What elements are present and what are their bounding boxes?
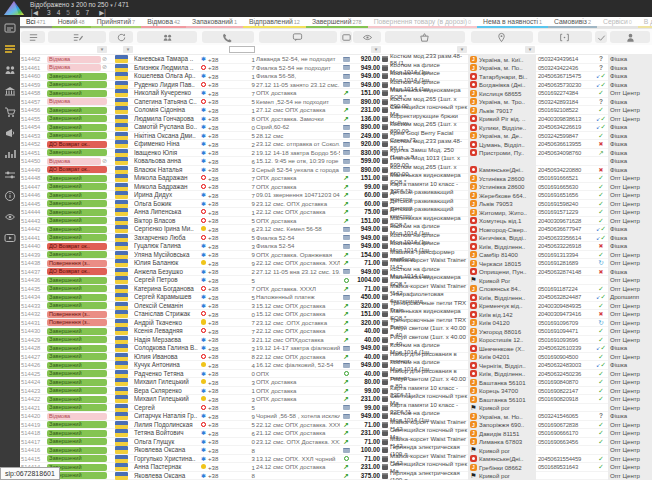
- tracking-number[interactable]: 0501690840870: [536, 378, 594, 387]
- tracking-number[interactable]: 20450633226918: [536, 242, 594, 251]
- status-badge[interactable]: Відмова: [47, 413, 107, 420]
- order-row[interactable]: 514440 ДО Возврат ок.. Гуцалюк Галина ✱+…: [20, 242, 652, 251]
- status-badge[interactable]: Завершений: [47, 447, 107, 454]
- tracking-number[interactable]: 0501691313394: [536, 251, 594, 260]
- tune-icon[interactable]: [0, 164, 20, 185]
- delivery-location[interactable]: Київ від.142: [468, 310, 536, 319]
- order-row[interactable]: 514435 Завершений Катерина Богданова +38…: [20, 285, 652, 294]
- delivery-location[interactable]: Камянське(Дні..: [468, 455, 536, 464]
- order-row[interactable]: 514454 Завершений Самотій Руслана Во.. ✱…: [20, 123, 652, 132]
- client-phone[interactable]: ✱+388: [200, 472, 256, 480]
- tab-Відмова[interactable]: Відмова42: [141, 17, 186, 28]
- page-button[interactable]: 4: [57, 9, 61, 16]
- location-filter-dropdown[interactable]: ▼: [525, 46, 535, 53]
- status-badge[interactable]: Завершений: [47, 234, 107, 241]
- client-phone[interactable]: +387: [200, 183, 256, 191]
- order-row[interactable]: 514456 Завершений Соломія Сідоніна ✱+381…: [20, 106, 652, 115]
- delivery-location[interactable]: ⚑Кривой Рог: [468, 276, 536, 285]
- status-badge[interactable]: Завершений: [47, 336, 107, 343]
- client-phone[interactable]: ✱+388: [200, 446, 256, 454]
- status-badge[interactable]: Завершений: [47, 183, 107, 190]
- client-phone[interactable]: ✱+383: [200, 336, 256, 344]
- status-badge[interactable]: Завершений: [47, 362, 107, 369]
- client-phone[interactable]: +385: [200, 217, 256, 225]
- client-phone[interactable]: ✱+382: [200, 268, 256, 276]
- delivery-location[interactable]: JБаштанка 56101: [468, 395, 536, 404]
- status-badge[interactable]: Завершений: [47, 73, 107, 80]
- client-phone[interactable]: +389: [200, 259, 256, 267]
- tracking-number[interactable]: 0501690822147: [536, 387, 594, 396]
- order-row[interactable]: 514425 Завершений Радченко Тетяна ✱+380 …: [20, 370, 652, 379]
- tracking-number[interactable]: 0501691281689: [536, 259, 594, 268]
- client-phone[interactable]: ✱+383: [200, 302, 256, 310]
- client-name[interactable]: Горгулько Христина..: [134, 455, 200, 464]
- delivery-location[interactable]: JСловянськ 84..: [468, 285, 536, 294]
- client-phone[interactable]: +381: [200, 208, 256, 216]
- delivery-location[interactable]: JУкраїна, м. Но..: [468, 412, 536, 421]
- order-row[interactable]: 514450 Відмова ⊘ Ковальова анна ✱+386 15…: [20, 157, 652, 166]
- status-badge[interactable]: Завершений: [47, 345, 107, 352]
- client-name[interactable]: Катерина Богданова: [134, 285, 200, 294]
- tab-Відправлений[interactable]: Відправлений12: [243, 17, 306, 28]
- delivery-location[interactable]: JЗапоріжжя 690..: [468, 421, 536, 430]
- order-row[interactable]: 514432 Повернення (з.. Станіслав Стрижак…: [20, 310, 652, 319]
- tracking-number[interactable]: 0503242599847: [536, 132, 594, 141]
- client-name[interactable]: Ирина Дидух: [134, 191, 200, 200]
- status-badge[interactable]: Завершений: [47, 200, 107, 207]
- client-name[interactable]: Радченко Тетяна: [134, 370, 200, 379]
- client-name[interactable]: Каневська Тамара ..: [134, 55, 200, 64]
- delivery-location[interactable]: JЖеребкове 664..: [468, 191, 536, 200]
- status-badge[interactable]: Завершений: [47, 149, 107, 156]
- client-name[interactable]: Микола Бадражан: [134, 174, 200, 183]
- tracking-number[interactable]: 20450634098760: [536, 149, 594, 158]
- status-badge[interactable]: Завершений: [47, 387, 107, 394]
- client-name[interactable]: Уляна Мусійовська: [134, 251, 200, 260]
- delivery-location[interactable]: Чернігів, Віддiл..: [468, 361, 536, 370]
- tracking-number[interactable]: 20450632483003: [536, 361, 594, 370]
- delivery-location[interactable]: Кегичівка, Відді..: [468, 234, 536, 243]
- order-row[interactable]: 514455 Завершений Людмила Гончарова ✱+38…: [20, 115, 652, 124]
- status-badge[interactable]: Завершений: [47, 209, 107, 216]
- info-icon[interactable]: [0, 185, 20, 206]
- order-row[interactable]: 514434 Завершений Сергей Карамышев ✱+385…: [20, 293, 652, 302]
- tab-Прийнятий[interactable]: Прийнятий7: [91, 17, 141, 28]
- location-pin-icon[interactable]: [471, 31, 534, 43]
- client-name[interactable]: Ксенія Левадняя: [134, 327, 200, 336]
- client-phone[interactable]: +384: [200, 361, 256, 369]
- tracking-number[interactable]: 0501691093696: [536, 336, 594, 345]
- client-phone[interactable]: ✱+387: [200, 191, 256, 199]
- price-filter-dropdown[interactable]: ▼: [371, 46, 381, 53]
- client-phone[interactable]: ✱+380: [200, 438, 256, 446]
- client-name[interactable]: Тетяна Войтович: [134, 429, 200, 438]
- client-name[interactable]: Юлия Баланюк: [134, 259, 200, 268]
- client-phone[interactable]: ✱+383: [200, 455, 256, 463]
- client-phone[interactable]: +385: [200, 234, 256, 242]
- order-row[interactable]: 514422 Завершений Михаил Гилецький +383 …: [20, 395, 652, 404]
- tab-Завершений[interactable]: Завершений278: [306, 17, 368, 28]
- client-phone[interactable]: ✱+380: [200, 123, 256, 131]
- tracking-number[interactable]: 0501691187224: [536, 285, 594, 294]
- client-phone[interactable]: ✱+388: [200, 115, 256, 123]
- client-name[interactable]: Сергей Петров: [134, 276, 200, 285]
- tracking-number[interactable]: 20450636613955: [536, 140, 594, 149]
- order-row[interactable]: 514424 Завершений Михаил Гилецький +383 …: [20, 378, 652, 387]
- client-phone[interactable]: +387: [200, 285, 256, 293]
- status-badge[interactable]: Завершений: [47, 353, 107, 360]
- delivery-location[interactable]: JЧеркаси 18015: [468, 259, 536, 268]
- delivery-location[interactable]: Кулики, Відділе..: [468, 123, 536, 132]
- client-phone[interactable]: +387: [200, 327, 256, 335]
- client-name[interactable]: Станіслав Стрижак: [134, 310, 200, 319]
- order-row[interactable]: 514431 Повернення (з.. Андрій Ткаченко +…: [20, 319, 652, 328]
- status-badge[interactable]: Завершений: [47, 175, 107, 182]
- status-badge[interactable]: Завершений: [47, 115, 107, 122]
- client-name[interactable]: Єфименко Ніна: [134, 140, 200, 149]
- client-name[interactable]: Андрій Ткаченко: [134, 319, 200, 328]
- order-row[interactable]: 514448 Завершений Микола Бадражан +387 О…: [20, 174, 652, 183]
- order-row[interactable]: 514428 Завершений Солодкова Галина В.. ✱…: [20, 344, 652, 353]
- client-name[interactable]: Самотій Руслана Во..: [134, 123, 200, 132]
- tracking-number[interactable]: 0501692108522: [536, 106, 594, 115]
- tracking-number[interactable]: 0503242893184: [536, 98, 594, 107]
- client-name[interactable]: Сергей: [134, 404, 200, 413]
- delivery-location[interactable]: JКорець 34700: [468, 387, 536, 396]
- page-button[interactable]: 3: [47, 9, 51, 16]
